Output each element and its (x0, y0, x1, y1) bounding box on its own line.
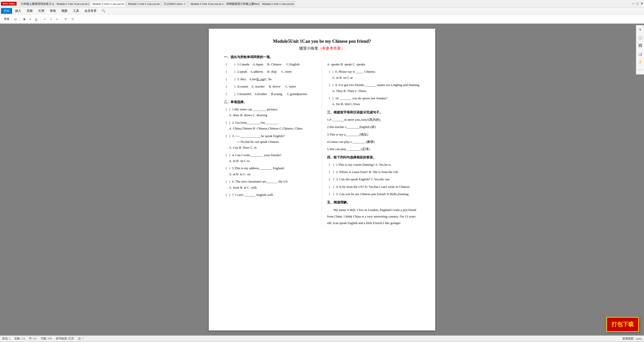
sep1 (20, 17, 20, 22)
align-center[interactable]: ≡ (48, 17, 53, 22)
status-bar: 页码: 1 页数: 1/3 节: 1/1 字数: 579 拼写检查: 打开 汉:… (0, 335, 644, 341)
reading-text: My name is Bob. I live in London, Englan… (327, 207, 420, 226)
q1-2: （ ）2.speak A.address B. ship C. meet (224, 69, 317, 74)
q3-3: 3.This is my a________.(地址) (327, 132, 420, 137)
q2-4: （ ）4. Can I write________ your friends? … (224, 152, 317, 164)
sidebar-icon-1[interactable]: A (637, 26, 644, 33)
menu-insert[interactable]: 插入 (13, 8, 24, 14)
q1-5: （ ）5.beautiful A.brother B.young C.grand… (224, 91, 317, 97)
doc-area: Module5Unit 1Can you be my Chinese pen f… (0, 24, 644, 335)
q2-right-4: （ ）10. _______ you do sports last Sunday… (327, 95, 420, 107)
q2-2: （ ）2. I'm from________.I'm________. A. C… (224, 120, 317, 132)
section3-title: 三、根据首字母和汉语提示完成句子。 (327, 110, 420, 115)
section-info: 节: 1/1 (29, 337, 37, 340)
align-left[interactable]: ≡ (42, 17, 47, 22)
q2-7: （ ）7. I can't _______ English well. (224, 192, 317, 198)
char-count: 汉: 7 (78, 337, 84, 340)
q3-2: 2.His teacher s________English.(讲) (327, 124, 420, 130)
wps-logo: WPS Office (1, 2, 17, 6)
tab-close-5[interactable]: ✕ (184, 3, 186, 5)
menu-review[interactable]: 审阅 (47, 8, 58, 14)
q2-3-options: A. Can B. Does C. Is (229, 145, 317, 150)
tab-2[interactable]: Module 5 Unit 1Can you be my C... ✕ (54, 1, 90, 7)
q2-5: （ ）5.This is my address________ England.… (224, 165, 317, 177)
doc-subtitle: 随堂小练笔（有参考答案） (224, 46, 420, 51)
q3-1: 1.P________to meet you,Amy!(高兴的). (327, 117, 420, 122)
sidebar-icon-2[interactable]: ⬜ (637, 34, 644, 41)
sep2 (41, 17, 41, 22)
tab-6[interactable]: Module 5 Unit 1Can you be my C... ✕ (188, 1, 224, 7)
q3-4: 4.Lintao can play c________.(象棋) (327, 139, 420, 145)
search-icon[interactable]: 🔍 (102, 9, 105, 13)
maximize-btn[interactable]: □ (637, 2, 638, 6)
sidebar-icon-6[interactable]: ⋯ (637, 66, 644, 73)
underline-btn[interactable]: U (33, 17, 39, 22)
sidebar-icon-3[interactable]: 🖼 (637, 42, 644, 49)
title-bar: WPS Office 六年级上册英语同步练习-module 5 ✕ Module… (0, 0, 644, 8)
redo-btn[interactable]: ↪ (70, 16, 75, 22)
q2-right-2: （ ）8. Please say it _____ Chinese. A. in… (327, 69, 420, 80)
tab-7[interactable]: 外研版英语六年级上册Module 5 分... ✕ (224, 1, 259, 7)
q4-5: （ ）5. Can you be my Chinese pen friend? … (327, 191, 420, 197)
toolbar: 宋体 12 B I U ≡ ≡ ≡ ↩ ↪ (0, 15, 644, 24)
sidebar-icon-5[interactable]: ⚡ (637, 58, 644, 65)
sidebar-right: A ⬜ 🖼 📊 ⚡ ⋯ (636, 25, 644, 74)
tab-8[interactable]: Module 5 Unit 1 Can you be i... ✕ (260, 1, 295, 7)
italic-btn[interactable]: I (28, 17, 32, 22)
spell-check: 拼写检查: 打开 (56, 337, 74, 340)
q2-right-3-options: A. They B. Their C.Theirs (332, 88, 420, 94)
col-left: （ ）1.Canada A.Japan B. Chinese C.English… (224, 61, 322, 228)
q2-6-options: A. from B. at C. with (229, 185, 317, 190)
q2-right-2-options: A. in B. on C.at (332, 75, 420, 80)
menu-view[interactable]: 视图 (59, 8, 70, 14)
page: Module5Unit 1Can you be my Chinese pen f… (209, 29, 435, 330)
font-family[interactable]: 宋体 (2, 16, 11, 22)
menu-vip[interactable]: 会员专享 (82, 8, 99, 14)
q3-5: 5.She can play ________.(足球) (327, 146, 420, 152)
minimize-btn[interactable]: ─ (632, 2, 635, 6)
close-btn[interactable]: ✕ (640, 2, 643, 6)
sidebar-icon-4[interactable]: 📊 (637, 50, 644, 57)
section5-title: 五、阅读理解。 (327, 200, 420, 205)
q2-3: （ ）3. ---- ____________ he speak English… (224, 133, 317, 151)
q2-right-3: （ ）9. I've got two friends._______ names… (327, 82, 420, 94)
q1-1: （ ）1.Canada A.Japan B. Chinese C.English (224, 61, 317, 67)
undo-btn[interactable]: ↩ (63, 16, 69, 22)
menu-tools[interactable]: 工具 (70, 8, 82, 14)
bold-btn[interactable]: B (22, 17, 27, 22)
q2-5-options: A. at B. in C. on (229, 171, 317, 177)
q2-1-options: A. draw B. draws C. drawing (229, 112, 317, 118)
status-right: 普通视图 120% (622, 337, 642, 340)
word-count: 字数: 579 (41, 337, 52, 340)
q1-4: （ ）4.cousin A. teacher B. driver C. sist… (224, 83, 317, 89)
menu-reference[interactable]: 引用 (36, 8, 47, 14)
section2-title: 二、单项选择。 (224, 100, 317, 104)
tab-5[interactable]: 六上M5U1.docx ✕ (162, 1, 188, 7)
layout-btn[interactable]: 普通视图 (622, 337, 633, 340)
tab-1[interactable]: 六年级上册英语同步练习-module 5 ✕ (19, 1, 54, 7)
align-right[interactable]: ≡ (54, 17, 59, 22)
q2-4-options: A. in B. on C.to (229, 158, 317, 164)
q2-2-options: A. China,Chinese B. Chinese,Chinese C.Ch… (229, 125, 317, 131)
sep3 (61, 17, 61, 22)
col-right: A. speaks B. speak C. speaks （ ）8. Pleas… (322, 61, 420, 228)
page-num: 页码: 1 (2, 337, 10, 340)
q4-1: （ ）1.This is my cousin Daming? A. Yes,he… (327, 162, 420, 167)
section4-title: 四、给下列问句选择相应的答语。 (327, 155, 420, 160)
q2-right-4-options: A. Do B. Did C.Does (332, 101, 420, 107)
doc-title: Module5Unit 1Can you be my Chinese pen f… (224, 39, 420, 44)
download-badge[interactable]: 打包下载 (606, 317, 639, 332)
section1-title: 一、选出与所给单词同类的一项。 (224, 55, 420, 59)
total-pages: 页数: 1/3 (14, 337, 25, 340)
menu-page[interactable]: 页面 (24, 8, 35, 14)
font-size[interactable]: 12 (12, 17, 18, 22)
menu-start[interactable]: 开始 (1, 8, 12, 14)
q2-6: （ ）6. The new classmates are_______ the … (224, 179, 317, 190)
tab-4[interactable]: Module 5 Unit 1 Can you be my C... ✕ (126, 1, 161, 7)
q4-3: （ ）3. Can she speak English? C.Yes,she c… (327, 176, 420, 182)
q2-1: （ ）1.My sister can ________ pictures. A.… (224, 106, 317, 118)
tab-3[interactable]: Module 5 Unit 1 Can you be my C... ✕ (90, 1, 125, 7)
q4-4: （ ）4. Is he from the US? D. Yes,but I ca… (327, 184, 420, 190)
content-area: （ ）1.Canada A.Japan B. Chinese C.English… (224, 61, 420, 228)
zoom-level: 120% (635, 337, 642, 340)
